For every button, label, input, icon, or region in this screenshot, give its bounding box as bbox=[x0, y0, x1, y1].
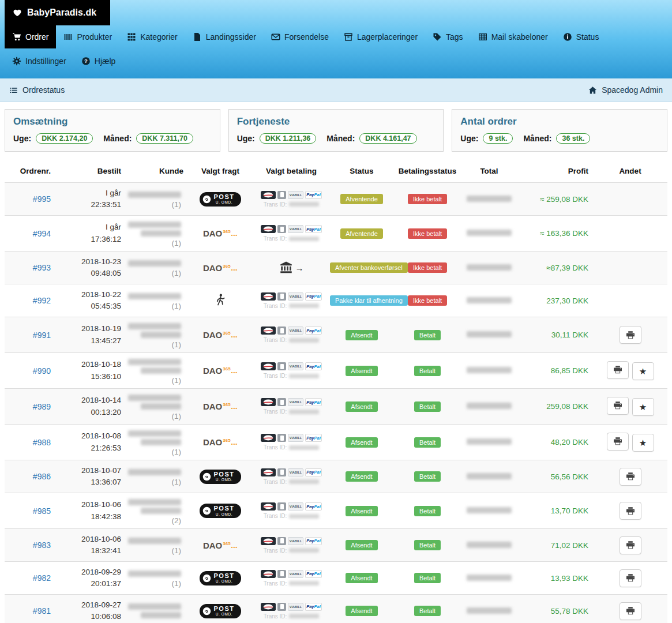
envelope-icon bbox=[271, 32, 280, 42]
order-link[interactable]: #983 bbox=[33, 541, 51, 550]
order-date: 2018-10-0713:36:07 bbox=[55, 465, 126, 489]
column-header-ordrenr: Ordrenr. bbox=[5, 167, 55, 175]
customer-name-redacted bbox=[128, 499, 181, 505]
order-profit: 13,93 DKK bbox=[517, 574, 593, 583]
nav-item-mail-skabeloner[interactable]: Mail skabeloner bbox=[471, 25, 555, 48]
payment-cell: VIABILLPayPalTrans ID: bbox=[253, 603, 330, 620]
print-order-button[interactable] bbox=[607, 361, 629, 379]
dankort-icon bbox=[261, 502, 276, 511]
payment-cell: VIABILLPayPalTrans ID: bbox=[253, 434, 330, 451]
top-header: BabyParadis.dk OrdrerProdukterKategorier… bbox=[0, 0, 672, 78]
customer-cell bbox=[126, 601, 188, 621]
order-profit: 55,78 DKK bbox=[517, 607, 593, 616]
nav-item-status[interactable]: Status bbox=[555, 25, 607, 48]
order-link[interactable]: #986 bbox=[33, 472, 51, 481]
mobilepay-icon bbox=[277, 326, 286, 335]
customer-cell: (1) bbox=[126, 258, 188, 277]
brand-logo[interactable]: BabyParadis.dk bbox=[5, 0, 110, 25]
print-icon bbox=[626, 506, 635, 516]
print-order-button[interactable] bbox=[620, 569, 641, 587]
payment-method-icons: VIABILLPayPal bbox=[253, 468, 330, 476]
nav-item-label: Lagerplaceringer bbox=[357, 32, 418, 42]
mobilepay-icon bbox=[277, 468, 286, 476]
order-total-redacted bbox=[467, 507, 512, 513]
payment-cell: VIABILLPayPalTrans ID: bbox=[253, 191, 330, 208]
customer-name-redacted bbox=[141, 403, 181, 410]
order-link[interactable]: #995 bbox=[33, 194, 51, 204]
column-header-kunde: Kunde bbox=[126, 167, 188, 175]
customer-name-redacted bbox=[128, 323, 181, 329]
nav-item-label: Produkter bbox=[77, 32, 112, 42]
order-status-badge: Afsendt bbox=[346, 401, 377, 412]
order-link[interactable]: #985 bbox=[33, 506, 51, 516]
print-order-button[interactable] bbox=[620, 602, 641, 620]
order-link[interactable]: #994 bbox=[33, 229, 51, 238]
transaction-id: Trans ID: bbox=[253, 580, 330, 587]
trans-id-redacted bbox=[289, 614, 319, 618]
shipping-post-badge: POSTU. OMD. bbox=[200, 571, 242, 586]
nav-item-label: Kategorier bbox=[140, 32, 178, 42]
order-link[interactable]: #982 bbox=[33, 573, 51, 583]
favorite-order-button[interactable]: ★ bbox=[632, 398, 654, 416]
star-icon: ★ bbox=[639, 403, 647, 411]
star-icon: ★ bbox=[639, 367, 647, 376]
payment-cell: VIABILLPayPalTrans ID: bbox=[253, 326, 330, 343]
order-status-badge: Afsendt bbox=[346, 437, 377, 448]
payment-cell: VIABILLPayPalTrans ID: bbox=[253, 537, 330, 554]
nav-item-tags[interactable]: Tags bbox=[425, 25, 471, 48]
brand-name: BabyParadis.dk bbox=[27, 7, 96, 18]
trans-id-redacted bbox=[289, 548, 319, 553]
order-total-redacted bbox=[467, 473, 512, 479]
order-total-redacted bbox=[467, 331, 512, 337]
table-body: #995 I går22:33:51 (1) POSTU. OMD. VIABI… bbox=[5, 182, 667, 623]
payment-cell: VIABILLPayPalTrans ID: bbox=[253, 468, 330, 485]
customer-name-redacted bbox=[141, 439, 181, 445]
order-link[interactable]: #988 bbox=[33, 438, 51, 447]
trans-id-redacted bbox=[289, 237, 319, 241]
nav-item-landingssider[interactable]: Landingssider bbox=[185, 25, 264, 48]
order-link[interactable]: #991 bbox=[33, 331, 51, 340]
nav-item-kategorier[interactable]: Kategorier bbox=[119, 25, 185, 48]
payment-status-badge: Betalt bbox=[414, 330, 441, 340]
trans-id-label: Trans ID: bbox=[264, 235, 287, 242]
order-link[interactable]: #989 bbox=[33, 402, 51, 411]
print-order-button[interactable] bbox=[607, 433, 629, 451]
arrow-right-icon: → bbox=[295, 263, 304, 273]
nav-item-produkter[interactable]: Produkter bbox=[56, 25, 119, 48]
table-icon bbox=[478, 32, 487, 42]
nav-item-lagerplaceringer[interactable]: Lagerplaceringer bbox=[336, 25, 425, 48]
order-link[interactable]: #981 bbox=[33, 606, 51, 616]
customer-cell: (1) bbox=[126, 189, 188, 209]
order-item-count: (1) bbox=[126, 412, 181, 421]
order-item-count: (1) bbox=[126, 239, 181, 247]
print-order-button[interactable] bbox=[620, 502, 641, 520]
favorite-order-button[interactable]: ★ bbox=[632, 362, 654, 380]
trans-id-label: Trans ID: bbox=[264, 337, 287, 343]
favorite-order-button[interactable]: ★ bbox=[632, 434, 654, 452]
nav-item-forsendelse[interactable]: Forsendelse bbox=[264, 25, 336, 48]
nav-item-hjaelp[interactable]: Hjælp bbox=[74, 50, 123, 73]
order-status-badge: Afsendt bbox=[346, 471, 377, 482]
column-header-total: Total bbox=[461, 167, 517, 175]
admin-home-link[interactable]: Spacedog Admin bbox=[588, 85, 663, 95]
mobilepay-icon bbox=[277, 537, 286, 545]
print-order-button[interactable] bbox=[620, 536, 641, 554]
order-date: I går22:33:51 bbox=[55, 187, 126, 211]
order-link[interactable]: #993 bbox=[33, 263, 51, 272]
order-link[interactable]: #992 bbox=[33, 296, 51, 305]
nav-item-indstillinger[interactable]: Indstillinger bbox=[5, 50, 74, 73]
print-order-button[interactable] bbox=[620, 326, 641, 344]
order-actions bbox=[593, 602, 667, 620]
paypal-icon: PayPal bbox=[305, 362, 322, 370]
customer-cell: (1) bbox=[126, 291, 188, 310]
print-order-button[interactable] bbox=[607, 397, 629, 415]
nav-item-label: Status bbox=[576, 32, 599, 42]
main-nav: OrdrerProdukterKategorierLandingssiderFo… bbox=[0, 25, 672, 48]
print-order-button[interactable] bbox=[620, 468, 641, 486]
print-icon bbox=[626, 573, 635, 583]
nav-item-ordrer[interactable]: Ordrer bbox=[5, 25, 56, 48]
order-status-badge: Afsendt bbox=[346, 330, 377, 340]
trans-id-redacted bbox=[289, 479, 319, 484]
shipping-cell: POSTU. OMD. bbox=[188, 470, 253, 484]
order-link[interactable]: #990 bbox=[33, 366, 51, 376]
